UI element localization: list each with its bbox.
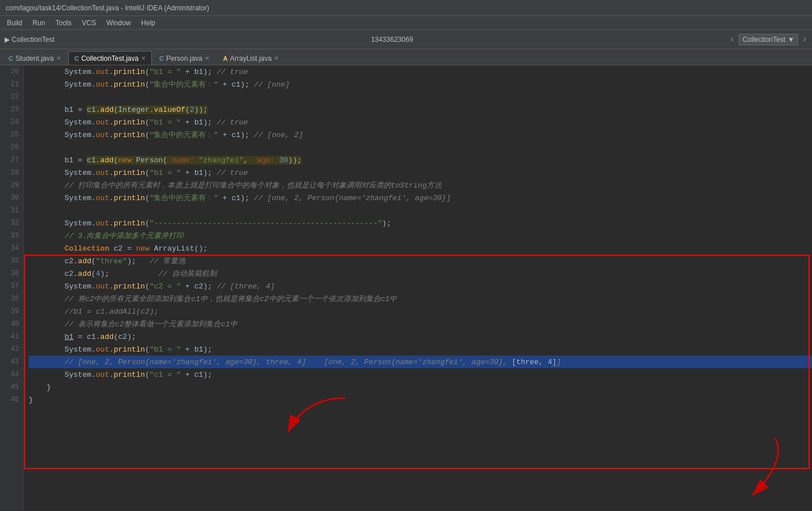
line-num-33: 33 xyxy=(0,229,24,242)
code-line-36: c2.add(4); // 自动装箱机制 xyxy=(29,267,812,280)
tab-student-java[interactable]: C Student.java ✕ xyxy=(2,51,67,65)
line-num-45: 45 xyxy=(0,381,24,393)
nav-back[interactable]: ‹ xyxy=(729,34,735,45)
tab-label-collection: CollectionTest.java xyxy=(81,54,139,63)
line-num-43: 43 xyxy=(0,356,24,368)
tab-icon-student: C xyxy=(9,55,13,62)
line-num-28: 28 xyxy=(0,166,24,179)
code-line-43: // [one, 2, Person{name='zhangfei', age=… xyxy=(29,356,812,368)
code-line-22 xyxy=(29,91,812,103)
tab-close-arraylist[interactable]: ✕ xyxy=(274,55,279,61)
tab-close-person[interactable]: ✕ xyxy=(205,55,209,61)
tab-label-arraylist: ArrayList.java xyxy=(230,54,272,63)
line-num-30: 30 xyxy=(0,192,24,204)
code-line-31 xyxy=(29,204,812,217)
line-num-24: 24 xyxy=(0,116,24,128)
line-num-46: 46 xyxy=(0,393,24,406)
line-num-35: 35 xyxy=(0,255,24,267)
code-line-39: //b1 = c1.addAll(c2); xyxy=(29,305,812,318)
code-line-38: // 将c2中的所有元素全部添加到集合c1中，也就是将集合c2中的元素一个一个依… xyxy=(29,292,812,305)
code-line-27: b1 = c1.add(new Person( name: "zhangfei"… xyxy=(29,154,812,166)
line-num-36: 36 xyxy=(0,267,24,280)
tab-arraylist-java[interactable]: A ArrayList.java ✕ xyxy=(217,51,285,65)
code-line-33: // 3.向集合中添加多个元素并打印 xyxy=(29,229,812,242)
title-bar: com/lagou/task14/CollectionTest.java - I… xyxy=(0,0,812,16)
tab-icon-collection: C xyxy=(75,55,79,62)
line-num-41: 41 xyxy=(0,330,24,343)
code-line-25: System.out.println("集合中的元素有：" + c1); // … xyxy=(29,128,812,141)
line-numbers-gutter: 20 21 22 23 24 25 26 27 28 29 30 31 32 3… xyxy=(0,65,24,511)
code-line-44: System.out.println("c1 = " + c1); xyxy=(29,368,812,381)
title-bar-text: com/lagou/task14/CollectionTest.java - I… xyxy=(6,4,209,12)
code-line-34: Collection c2 = new ArrayList(); xyxy=(29,242,812,255)
line-num-40: 40 xyxy=(0,318,24,330)
code-line-23: b1 = c1.add(Integer.valueOf(2)); xyxy=(29,103,812,116)
line-num-26: 26 xyxy=(0,141,24,154)
code-line-32: System.out.println("--------------------… xyxy=(29,217,812,229)
code-line-41: b1 = c1.add(c2); xyxy=(29,330,812,343)
line-num-23: 23 xyxy=(0,103,24,116)
tab-collectiontest-java[interactable]: C CollectionTest.java ✕ xyxy=(68,51,152,65)
run-config-dropdown[interactable]: CollectionTest ▼ xyxy=(739,34,799,45)
line-num-25: 25 xyxy=(0,128,24,141)
nav-forward[interactable]: › xyxy=(802,34,807,45)
tab-close-student[interactable]: ✕ xyxy=(56,55,61,61)
toolbar: ▶ CollectionTest 13433623069 ‹ Collectio… xyxy=(0,30,812,49)
line-num-42: 42 xyxy=(0,343,24,356)
code-line-21: System.out.println("集合中的元素有：" + c1); // … xyxy=(29,78,812,91)
code-line-20: System.out.println("b1 = " + b1); // tru… xyxy=(29,65,812,78)
code-line-30: System.out.println("集合中的元素有：" + c1); // … xyxy=(29,192,812,204)
code-line-42: System.out.println("b1 = " + b1); xyxy=(29,343,812,356)
line-num-44: 44 xyxy=(0,368,24,381)
code-line-37: System.out.println("c2 = " + c2); // [th… xyxy=(29,280,812,292)
tab-close-collection[interactable]: ✕ xyxy=(141,55,146,61)
code-line-26 xyxy=(29,141,812,154)
line-num-20: 20 xyxy=(0,65,24,78)
editor-area: 20 21 22 23 24 25 26 27 28 29 30 31 32 3… xyxy=(0,65,812,511)
line-num-31: 31 xyxy=(0,204,24,217)
line-num-37: 37 xyxy=(0,280,24,292)
menu-bar: Build Run Tools VCS Window Help xyxy=(0,16,812,30)
menu-build[interactable]: Build xyxy=(2,18,27,28)
code-editor[interactable]: System.out.println("b1 = " + b1); // tru… xyxy=(24,65,812,511)
menu-tools[interactable]: Tools xyxy=(51,18,76,28)
arrow-2 xyxy=(701,432,793,501)
code-line-24: System.out.println("b1 = " + b1); // tru… xyxy=(29,116,812,128)
tab-person-java[interactable]: C Person.java ✕ xyxy=(153,51,216,65)
code-line-29: // 打印集合中的所有元素时，本质上就是打印集合中的每个对象，也就是让每个对象调… xyxy=(29,179,812,192)
tab-icon-arraylist: A xyxy=(223,55,228,62)
tab-label-student: Student.java xyxy=(15,54,54,63)
code-line-40: // 表示将集合c2整体看做一个元素添加到集合c1中 xyxy=(29,318,812,330)
tab-icon-person: C xyxy=(159,55,164,62)
code-line-35: c2.add("three"); // 常量池 xyxy=(29,255,812,267)
line-num-32: 32 xyxy=(0,217,24,229)
line-num-21: 21 xyxy=(0,78,24,91)
tabs-bar: C Student.java ✕ C CollectionTest.java ✕… xyxy=(0,49,812,65)
tab-label-person: Person.java xyxy=(166,54,202,63)
line-num-22: 22 xyxy=(0,91,24,103)
menu-vcs[interactable]: VCS xyxy=(77,18,101,28)
menu-window[interactable]: Window xyxy=(102,18,135,28)
code-line-45: } xyxy=(29,381,812,393)
code-line-46: } xyxy=(29,393,812,406)
line-num-27: 27 xyxy=(0,154,24,166)
menu-run[interactable]: Run xyxy=(28,18,50,28)
line-num-39: 39 xyxy=(0,305,24,318)
dropdown-arrow: ▼ xyxy=(788,36,795,44)
menu-help[interactable]: Help xyxy=(136,18,160,28)
phone-number: 13433623069 xyxy=(58,36,726,44)
project-label: ▶ CollectionTest xyxy=(5,36,54,44)
line-num-38: 38 xyxy=(0,292,24,305)
line-num-34: 34 xyxy=(0,242,24,255)
line-num-29: 29 xyxy=(0,179,24,192)
code-line-28: System.out.println("b1 = " + b1); // tru… xyxy=(29,166,812,179)
run-config-label: CollectionTest xyxy=(743,36,786,44)
